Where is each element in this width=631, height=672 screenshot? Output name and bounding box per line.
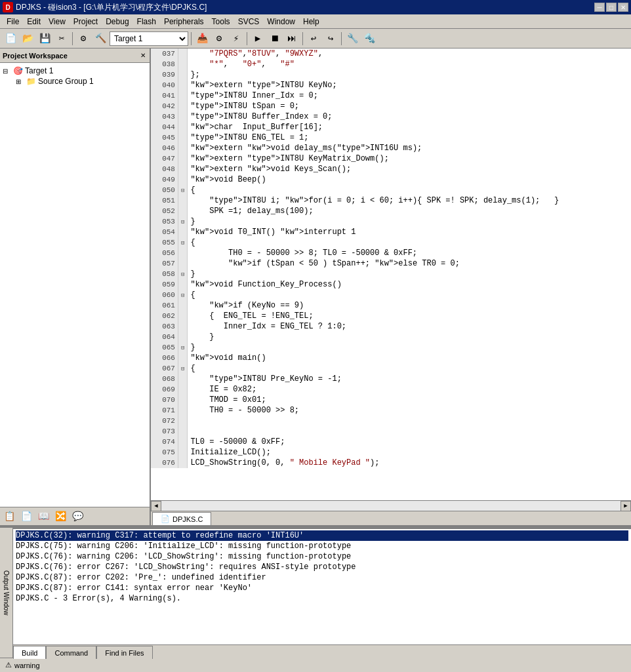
open-button[interactable]: 📂 (20, 31, 35, 47)
menu-item-peripherals[interactable]: Peripherals (160, 16, 208, 28)
collapse-button[interactable]: ⊟ (181, 292, 184, 299)
menu-item-debug[interactable]: Debug (102, 16, 132, 28)
menu-item-project[interactable]: Project (70, 16, 102, 28)
misc-btn-1[interactable]: 🔧 (344, 31, 360, 47)
code-content[interactable]: "type">INT8U tSpan = 0; (188, 101, 631, 111)
new-button[interactable]: 📄 (3, 31, 18, 47)
code-content[interactable]: } (188, 269, 631, 279)
code-content[interactable]: "kw">char Input_Buffer[16]; (188, 122, 631, 132)
close-button[interactable]: ✕ (618, 3, 628, 12)
code-content[interactable]: "type">INT8U ENG_TEL = 1; (188, 132, 631, 143)
code-content[interactable]: "kw">extern "type">INT8U KeyMatrix_Dowm(… (188, 153, 631, 164)
code-content[interactable]: SPK =1; delay_ms(100); (188, 206, 631, 216)
debug-stop[interactable]: ⏹ (267, 31, 283, 47)
code-content[interactable]: TH0 = - 50000 >> 8; (188, 405, 631, 416)
output-content[interactable]: DPJKS.C(32): warning C317: attempt to re… (13, 529, 631, 644)
redo-btn[interactable]: ↪ (323, 31, 338, 47)
debug-start[interactable]: ▶ (250, 31, 266, 47)
menu-item-file[interactable]: File (3, 16, 23, 28)
scroll-left[interactable]: ◀ (151, 501, 161, 511)
code-content[interactable]: { (188, 290, 631, 300)
menu-item-tools[interactable]: Tools (208, 16, 234, 28)
output-line[interactable]: DPJKS.C(87): error C202: 'Pre_': undefin… (16, 572, 628, 583)
scroll-right[interactable]: ▶ (621, 501, 631, 511)
target-select[interactable]: Target 1 (110, 31, 188, 46)
collapse-indicator[interactable]: ⊟ (178, 290, 187, 300)
editor-tab-dpjks[interactable]: 📄 DPJKS.C (152, 512, 211, 525)
menu-item-edit[interactable]: Edit (23, 16, 45, 28)
code-content[interactable]: { (188, 363, 631, 374)
proj-btn-5[interactable]: 💬 (70, 509, 85, 524)
build-btn-2[interactable]: 🔨 (92, 31, 108, 47)
output-line[interactable]: DPJKS.C(32): warning C317: attempt to re… (16, 530, 628, 541)
minimize-button[interactable]: ─ (594, 3, 605, 12)
code-content[interactable]: Inner_Idx = ENG_TEL ? 1:0; (188, 321, 631, 332)
collapse-indicator[interactable]: ⊟ (178, 237, 187, 248)
collapse-end[interactable]: ⊟ (181, 271, 184, 278)
code-content[interactable]: { ENG_TEL = !ENG_TEL; (188, 311, 631, 321)
collapse-indicator[interactable]: ⊟ (178, 185, 187, 195)
code-content[interactable]: "7PQRS","8TUV", "9WXYZ", (188, 49, 631, 59)
debug-step[interactable]: ⏭ (284, 31, 300, 47)
output-line[interactable]: DPJKS.C(75): warning C206: 'Initialize_L… (16, 541, 628, 551)
horizontal-scrollbar[interactable]: ◀ ▶ (151, 500, 631, 511)
code-content[interactable]: "type">INT8U i; "kw">for(i = 0; i < 60; … (188, 195, 631, 206)
code-content[interactable]: "kw">void Function_Key_Process() (188, 279, 631, 290)
code-content[interactable]: TH0 = - 50000 >> 8; TL0 = -50000 & 0xFF; (188, 248, 631, 258)
output-tab-find-in-files[interactable]: Find in Files (96, 646, 152, 659)
undo-btn[interactable]: ↩ (306, 31, 321, 47)
proj-btn-3[interactable]: 📖 (35, 509, 51, 524)
menu-item-view[interactable]: View (45, 16, 70, 28)
settings-btn[interactable]: ⚙ (211, 31, 227, 47)
menu-item-window[interactable]: Window (263, 16, 299, 28)
code-content[interactable]: "kw">void Beep() (188, 174, 631, 185)
code-content[interactable] (188, 416, 631, 426)
proj-btn-2[interactable]: 📄 (18, 509, 34, 524)
menu-item-help[interactable]: Help (299, 16, 323, 28)
code-content[interactable]: TL0 = -50000 & 0xFF; (188, 437, 631, 447)
proj-btn-1[interactable]: 📋 (1, 509, 17, 524)
output-tab-command[interactable]: Command (46, 646, 96, 659)
maximize-button[interactable]: □ (606, 3, 617, 12)
misc-btn-2[interactable]: 🔩 (361, 31, 377, 47)
tree-item-source-group[interactable]: ⊞ 📁 Source Group 1 (3, 76, 147, 87)
collapse-button[interactable]: ⊟ (181, 188, 184, 194)
proj-btn-4[interactable]: 🔀 (52, 509, 68, 524)
flash-btn[interactable]: ⚡ (228, 31, 244, 47)
code-content[interactable]: "kw">if (KeyNo == 9) (188, 300, 631, 311)
save-button[interactable]: 💾 (37, 31, 52, 47)
download-btn[interactable]: 📥 (194, 31, 210, 47)
collapse-indicator[interactable]: ⊟ (178, 363, 187, 374)
code-content[interactable] (188, 426, 631, 437)
code-content[interactable]: { (188, 185, 631, 195)
code-content[interactable]: "kw">extern "kw">void delay_ms("type">IN… (188, 143, 631, 153)
project-close-button[interactable]: ✕ (139, 52, 147, 59)
menu-item-svcs[interactable]: SVCS (234, 16, 264, 28)
scroll-track[interactable] (161, 501, 621, 511)
code-content[interactable]: "kw">void T0_INT() "kw">interrupt 1 (188, 227, 631, 237)
code-content[interactable]: } (188, 342, 631, 353)
output-line[interactable]: DPJKS.C(87): error C141: syntax error ne… (16, 583, 628, 593)
code-content[interactable]: }; (188, 69, 631, 80)
code-content[interactable]: "type">INT8U Buffer_Index = 0; (188, 111, 631, 122)
code-content[interactable]: { (188, 237, 631, 248)
code-content[interactable]: "type">INT8U Pre_KeyNo = -1; (188, 374, 631, 384)
output-tab-build[interactable]: Build (13, 646, 46, 659)
code-content[interactable]: "type">INT8U Inner_Idx = 0; (188, 90, 631, 101)
build-btn-1[interactable]: ⚙ (75, 31, 91, 47)
code-content[interactable]: } (188, 216, 631, 227)
code-content[interactable]: TMOD = 0x01; (188, 395, 631, 405)
menu-item-flash[interactable]: Flash (133, 16, 160, 28)
code-content[interactable]: } (188, 332, 631, 342)
code-content[interactable]: "kw">if (tSpan < 50 ) tSpan++; "kw">else… (188, 258, 631, 269)
collapse-end[interactable]: ⊟ (181, 345, 184, 351)
tree-item-root[interactable]: ⊟ 🎯 Target 1 (3, 66, 147, 76)
code-content[interactable]: Initialize_LCD(); (188, 447, 631, 458)
code-content[interactable]: "*", "0+", "#" (188, 59, 631, 69)
code-container[interactable]: 037 "7PQRS","8TUV", "9WXYZ",038 "*", "0+… (151, 49, 631, 500)
output-line[interactable]: DPJKS.C - 3 Error(s), 4 Warning(s). (16, 593, 628, 604)
collapse-end[interactable]: ⊟ (181, 219, 184, 226)
collapse-button[interactable]: ⊟ (181, 240, 184, 247)
cut-button[interactable]: ✂ (54, 31, 70, 47)
code-content[interactable]: "kw">extern "type">INT8U KeyNo; (188, 80, 631, 90)
